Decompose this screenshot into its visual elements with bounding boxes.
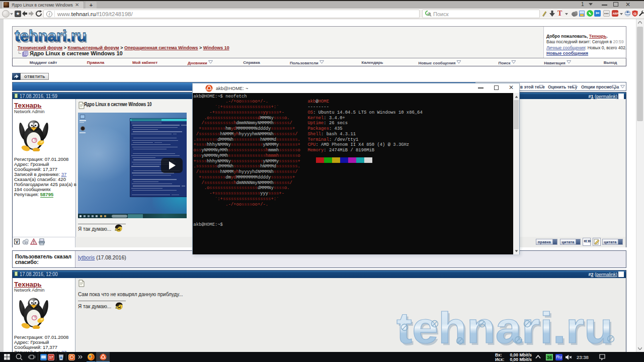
svg-text:G: G: [633, 12, 636, 16]
svg-text:tehnari.ru: tehnari.ru: [396, 310, 613, 347]
svg-text:tehnari.ru: tehnari.ru: [15, 27, 87, 45]
